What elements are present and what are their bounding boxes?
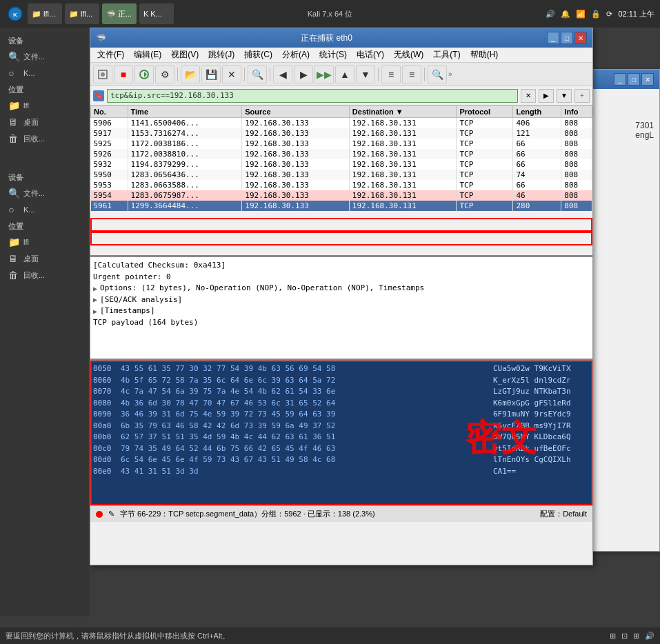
network-icon[interactable]: 📶 (576, 10, 586, 19)
sidebar-item-lfl2[interactable]: 📁 lfl (0, 234, 90, 250)
table-row[interactable]: 59611299.3664484...192.168.30.133192.168… (91, 201, 592, 211)
main-area: v.tx _ □ ✕ ◀ ▶ 7301 engL (90, 28, 660, 616)
maximize-button[interactable]: □ (561, 32, 573, 44)
bottom-icon-3: ⊞ (633, 632, 639, 641)
sidebar-item-desktop[interactable]: 🖥 桌面 (0, 114, 90, 130)
hex-ascii: CA1== (493, 466, 590, 478)
menu-file[interactable]: 文件(F) (93, 48, 128, 62)
sidebar-item-files1[interactable]: 🔍 文件... (0, 49, 90, 64)
tb-settings[interactable]: ⚙ (155, 66, 174, 83)
bg-win-close[interactable]: ✕ (641, 73, 654, 85)
circle-icon: ○ (8, 68, 19, 79)
hex-row: 00604b 5f 65 72 58 7a 35 6c 64 6e 6c 39 … (93, 375, 590, 387)
menu-phone[interactable]: 电话(Y) (352, 48, 388, 62)
hex-offset: 0050 (93, 363, 121, 375)
menu-edit[interactable]: 编辑(E) (130, 48, 166, 62)
sidebar-item-k2[interactable]: ○ K... (0, 202, 90, 217)
sidebar-section-location: 位置 (0, 82, 90, 97)
col-length[interactable]: Length (513, 106, 561, 118)
menu-tools[interactable]: 工具(T) (429, 48, 464, 62)
taskbar-app-k[interactable]: K K... (139, 3, 174, 24)
sidebar-item-k1[interactable]: ○ K... (0, 66, 90, 81)
wireshark-titlebar: 🦈 正在捕获 eth0 _ □ ✕ (90, 28, 592, 48)
table-row[interactable]: 59171153.7316274...192.168.30.133192.168… (91, 128, 592, 139)
close-button[interactable]: ✕ (574, 32, 587, 44)
tb-close[interactable]: ✕ (222, 66, 241, 83)
bottom-icon-1: ⊞ (610, 632, 616, 641)
arrow-icon-ts[interactable]: ▶ (93, 306, 97, 316)
menu-analyze[interactable]: 分析(A) (278, 48, 314, 62)
table-row[interactable]: 59251172.0038186...192.168.30.133192.168… (91, 139, 592, 149)
menu-help[interactable]: 帮助(H) (466, 48, 503, 62)
arrow-icon-seq[interactable]: ▶ (93, 294, 97, 305)
sidebar-item-lfl[interactable]: 📁 lfl (0, 98, 90, 113)
notification-icon[interactable]: 🔔 (561, 10, 570, 19)
volume-icon[interactable]: 🔊 (546, 10, 555, 19)
filter-dropdown[interactable]: ▼ (557, 89, 572, 103)
tb-zoom-in[interactable]: 🔍 (428, 66, 447, 83)
edit-icon[interactable]: ✎ (108, 510, 114, 519)
tb-back[interactable]: ◀ (273, 66, 292, 83)
hex-row: 00c079 74 35 49 64 52 44 6b 75 66 42 65 … (93, 443, 590, 455)
tb-colorize[interactable]: ≡ (381, 66, 401, 83)
power-icon[interactable]: ⟳ (606, 10, 612, 19)
table-row[interactable]: 59061141.6500406...192.168.30.133192.168… (91, 118, 592, 129)
taskbar-app-files2[interactable]: 📁 lfl... (65, 3, 99, 24)
bg-win-minimize[interactable]: _ (614, 73, 626, 85)
file-icon-2: 🔍 (8, 188, 19, 199)
hex-row: 005043 55 61 35 77 30 32 77 54 39 4b 63 … (93, 363, 590, 375)
filter-input[interactable] (107, 89, 518, 103)
taskbar-time: 🔊 🔔 📶 🔒 ⟳ 02:11 上午 (546, 9, 654, 19)
tb-save[interactable]: 💾 (201, 66, 221, 83)
tb-jump-down[interactable]: ▼ (356, 66, 375, 83)
bottom-text: 要返回到您的计算机，请将鼠标指针从虚拟机中移出或按 Ctrl+Alt。 (6, 631, 230, 641)
tb-autoscroll[interactable]: ≡ (402, 66, 421, 83)
tb-forward[interactable]: ▶ (294, 66, 313, 83)
table-row[interactable]: 59261172.0038810...192.168.30.133192.168… (91, 149, 592, 159)
filter-bookmark-icon: 🔖 (94, 92, 103, 99)
tb-sep-4 (378, 68, 379, 81)
col-time[interactable]: Time (128, 106, 242, 118)
tb-open[interactable]: 📂 (181, 66, 200, 83)
tb-jump-first[interactable]: ▶▶ (314, 66, 334, 83)
tb-restart[interactable] (134, 66, 154, 83)
menu-view[interactable]: 视图(V) (167, 48, 203, 62)
filter-apply[interactable]: ▶ (539, 89, 554, 103)
col-protocol[interactable]: Protocol (457, 106, 513, 118)
taskbar-app-files[interactable]: 📁 lfl... (28, 3, 62, 24)
taskbar-app-wireshark[interactable]: 🦈 正... (102, 3, 137, 24)
tb-sep-3 (270, 68, 270, 81)
menu-stats[interactable]: 统计(S) (315, 48, 351, 62)
kali-logo: K (6, 4, 25, 23)
minimize-button[interactable]: _ (547, 32, 559, 44)
hex-ascii: K_erXz5l dnl9cdZr (493, 375, 590, 387)
arrow-icon-options[interactable]: ▶ (93, 283, 97, 294)
tb-capture-options[interactable] (93, 66, 112, 83)
col-source[interactable]: Source (242, 106, 350, 118)
taskbar: K 📁 lfl... 📁 lfl... 🦈 正... K K... Kali 7… (0, 0, 660, 28)
menu-wireless[interactable]: 无线(W) (390, 48, 428, 62)
filter-icon: 🔖 (93, 90, 104, 101)
hex-offset: 00e0 (93, 466, 121, 478)
sidebar-item-trash2[interactable]: 🗑 回收... (0, 268, 90, 283)
col-info[interactable]: Info (561, 106, 592, 118)
col-destination[interactable]: Destination ▼ (349, 106, 457, 118)
filter-clear[interactable]: ✕ (521, 89, 536, 103)
bg-win-maximize[interactable]: □ (628, 73, 640, 85)
table-row[interactable]: 59541283.0675987...192.168.30.133192.168… (91, 190, 592, 201)
tb-search[interactable]: 🔍 (248, 66, 267, 83)
menu-jump[interactable]: 跳转(J) (204, 48, 239, 62)
filter-add[interactable]: + (574, 89, 590, 103)
col-no[interactable]: No. (91, 106, 128, 118)
menu-capture[interactable]: 捕获(C) (240, 48, 277, 62)
sidebar-item-desktop2[interactable]: 🖥 桌面 (0, 251, 90, 266)
table-row[interactable]: 59501283.0656436...192.168.30.133192.168… (91, 170, 592, 180)
sidebar-item-trash[interactable]: 🗑 回收... (0, 131, 90, 146)
table-row[interactable]: 59321194.8379299...192.168.30.133192.168… (91, 159, 592, 170)
tb-stop[interactable]: ■ (114, 66, 133, 83)
sidebar-item-files2[interactable]: 🔍 文件... (0, 185, 90, 201)
table-row[interactable]: 59531283.0663588...192.168.30.133192.168… (91, 180, 592, 190)
tb-jump-up[interactable]: ▲ (335, 66, 354, 83)
hex-offset: 0090 (93, 409, 121, 421)
tb-sep-5 (424, 68, 425, 81)
